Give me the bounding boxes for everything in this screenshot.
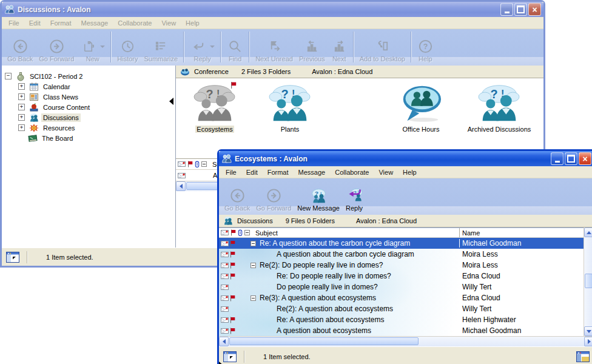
menu-item-format[interactable]: Format — [263, 167, 294, 177]
menu-item-format[interactable]: Format — [45, 18, 76, 28]
toolbar-button-go-forward[interactable]: Go Forward — [253, 179, 294, 214]
toolbar-button-new[interactable]: New — [77, 30, 108, 64]
menu-item-collaborate[interactable]: Collaborate — [330, 167, 374, 177]
tree-item-the-board[interactable]: The Board — [2, 133, 175, 143]
close-button[interactable]: × — [579, 152, 591, 165]
toolbar-button-previous[interactable]: Previous — [296, 30, 328, 64]
tree-expander-icon[interactable]: − — [5, 73, 12, 79]
tree-expander-icon[interactable]: + — [18, 93, 25, 100]
minimize-button[interactable] — [500, 3, 513, 16]
message-row[interactable]: Re: Do people really live in domes?Edna … — [219, 271, 584, 281]
toolbar-button-next-unread[interactable]: Next Unread — [252, 30, 296, 64]
menu-item-edit[interactable]: Edit — [241, 167, 263, 177]
toolbar-button-help[interactable]: ?Help — [414, 30, 437, 64]
collapse-icon[interactable] — [251, 295, 256, 301]
subject-text: Re(2): A question about ecosystems — [277, 305, 393, 313]
tree-expander-icon[interactable]: + — [18, 104, 25, 110]
paperclip-icon — [195, 161, 200, 167]
menu-item-message[interactable]: Message — [294, 167, 331, 177]
tree-item-class-news[interactable]: +Class News — [2, 92, 175, 102]
toolbar-button-reply[interactable]: ?!Reply — [343, 179, 366, 214]
menu-item-message[interactable]: Message — [76, 18, 113, 28]
menu-item-edit[interactable]: Edit — [24, 18, 45, 28]
maximize-button[interactable] — [514, 3, 527, 16]
window-title: Ecosystems : Avalon — [235, 155, 548, 163]
subject-cell: Re(2): A question about ecosystems — [249, 305, 459, 313]
pane-layout-icon[interactable] — [576, 351, 590, 362]
name-column-header[interactable]: Name — [459, 228, 584, 237]
scroll-down-button[interactable] — [584, 326, 592, 336]
toolbar-button-find[interactable]: Find — [224, 30, 246, 64]
message-row[interactable]: Re(3): A question about ecosystemsEdna C… — [219, 292, 584, 303]
toolbar-button-add-to-desktop[interactable]: Add to Desktop — [357, 30, 408, 64]
toolbar-button-go-back[interactable]: Go Back — [221, 179, 253, 214]
conference-item-archived-discussions[interactable]: ? ! Archived Discussions — [460, 83, 539, 133]
menu-item-view[interactable]: View — [374, 167, 398, 177]
scroll-left-button[interactable] — [219, 337, 229, 346]
message-row[interactable]: A question about ecosystemsMichael Goodm… — [219, 325, 584, 336]
message-row[interactable]: Re: A question about the carbon cycle di… — [219, 238, 584, 249]
tree-item-discussions[interactable]: +Discussions — [2, 112, 175, 123]
envelope-icon — [221, 240, 229, 247]
toolbar-button-new-message[interactable]: ?!New Message — [294, 179, 343, 214]
list-column-header[interactable]: Subject Name — [219, 228, 584, 238]
toolbar-button-label: Reply — [346, 204, 363, 212]
new-message-icon: ?! — [311, 187, 327, 204]
course-icon — [29, 103, 39, 112]
minimize-button[interactable] — [551, 152, 563, 165]
conference-item-label: Ecosystems — [195, 126, 234, 133]
message-row[interactable]: Re(2): Do people really live in domes?Mo… — [219, 260, 584, 271]
tree-item-sci102-period-2[interactable]: −SCI102 - Period 2 — [2, 71, 175, 81]
menu-item-view[interactable]: View — [156, 18, 181, 28]
scrollbar-thumb[interactable] — [585, 274, 592, 288]
collapse-icon[interactable] — [251, 241, 256, 246]
message-row[interactable]: Do people really live in domes?Willy Ter… — [219, 281, 584, 292]
tree-item-course-content[interactable]: +Course Content — [2, 102, 175, 112]
toolbar-button-history[interactable]: History — [114, 30, 141, 64]
flag-icon — [187, 161, 193, 167]
subject-column-header[interactable]: Subject — [255, 229, 457, 237]
close-button[interactable]: × — [528, 3, 541, 16]
toolbar-separator — [411, 32, 412, 62]
titlebar-discussions[interactable]: Discussions : Avalon × — [2, 2, 543, 17]
dropdown-arrow-icon[interactable] — [100, 46, 105, 48]
message-row[interactable]: A question about the carbon cycle diagra… — [219, 249, 584, 260]
conference-item-ecosystems[interactable]: ? ! Ecosystems — [184, 83, 245, 133]
toolbar-button-go-back[interactable]: Go Back — [4, 30, 36, 64]
collapse-icon[interactable] — [251, 263, 256, 268]
conference-item-plants[interactable]: ? ! Plants — [261, 83, 319, 133]
tree-expander-icon[interactable]: + — [18, 124, 25, 131]
pane-splitter-arrow[interactable] — [219, 362, 223, 364]
toolbar-button-go-forward[interactable]: Go Forward — [36, 30, 77, 64]
menu-item-file[interactable]: File — [4, 18, 24, 28]
scrollbar-thumb[interactable] — [229, 337, 419, 345]
menu-item-help[interactable]: Help — [181, 18, 204, 28]
row-icons — [219, 240, 249, 247]
discussion-teal-icon: ? ! — [475, 117, 523, 124]
toolbar-button-next[interactable]: Next — [328, 30, 351, 64]
menu-item-collaborate[interactable]: Collaborate — [113, 18, 156, 28]
message-row[interactable]: Re(2): A question about ecosystemsWilly … — [219, 303, 584, 314]
toolbar-button-label: Summarize — [144, 55, 178, 62]
toolbar-button-reply[interactable]: Reply — [187, 30, 218, 64]
tree-item-resources[interactable]: +Resources — [2, 123, 175, 133]
scroll-up-button[interactable] — [584, 228, 592, 237]
tree-expander-icon[interactable]: + — [18, 83, 25, 90]
menu-item-file[interactable]: File — [221, 167, 241, 177]
name-cell: Moira Less — [459, 250, 584, 258]
tree-expander-icon[interactable]: + — [18, 114, 25, 121]
conference-item-office-hours[interactable]: Office Hours — [389, 83, 452, 133]
collapse-pane-icon[interactable] — [223, 351, 237, 362]
titlebar-ecosystems[interactable]: Ecosystems : Avalon × — [219, 151, 592, 166]
toolbar-button-summarize[interactable]: Summarize — [141, 30, 181, 64]
scroll-left-button[interactable] — [176, 181, 186, 191]
find-icon — [227, 38, 243, 55]
tree-item-calendar[interactable]: +Calendar — [2, 81, 175, 92]
scroll-right-button[interactable] — [584, 337, 592, 346]
collapse-pane-icon[interactable] — [6, 252, 19, 263]
maximize-button[interactable] — [565, 152, 577, 165]
pane-splitter-arrow[interactable] — [169, 98, 173, 105]
menu-item-help[interactable]: Help — [398, 167, 422, 177]
message-row[interactable]: Re: A question about ecosystemsHelen Hig… — [219, 314, 584, 325]
dropdown-arrow-icon[interactable] — [210, 46, 215, 48]
